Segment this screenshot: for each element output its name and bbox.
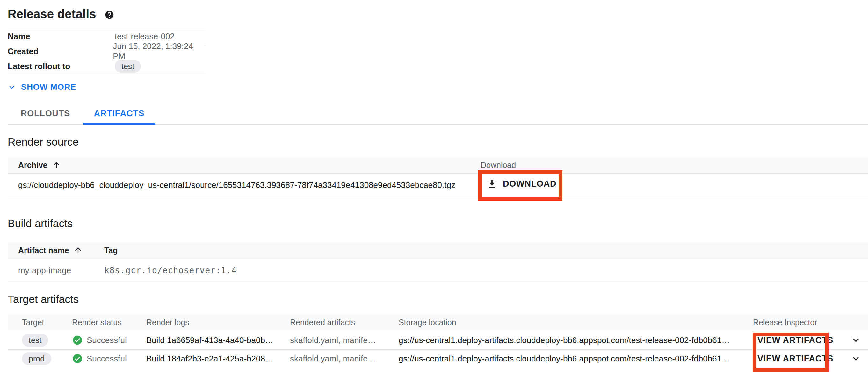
- artifact-name: my-app-image: [8, 265, 104, 276]
- download-button[interactable]: DOWNLOAD: [487, 179, 556, 189]
- download-icon: [487, 179, 497, 189]
- target-artifacts-header-row: Target Render status Render logs Rendere…: [8, 314, 868, 331]
- column-header-render-logs: Render logs: [146, 318, 290, 327]
- tab-artifacts[interactable]: ARTIFACTS: [83, 103, 155, 124]
- render-source-header-row: Archive Download: [8, 157, 868, 173]
- target-row-test: test Successful Build 1a6659af-413a-4a40…: [8, 331, 868, 350]
- expand-row-chevron-icon[interactable]: [850, 335, 862, 346]
- column-header-tag: Tag: [104, 246, 868, 255]
- target-row-prod: prod Successful Build 184af2b3-e2a1-425a…: [8, 350, 868, 368]
- target-artifacts-table: Target Render status Render logs Rendere…: [8, 314, 868, 368]
- expand-row-chevron-icon[interactable]: [850, 353, 862, 365]
- detail-row-created: Created Jun 15, 2022, 1:39:24 PM: [8, 44, 206, 59]
- tab-label: ROLLOUTS: [21, 108, 70, 119]
- target-artifacts-heading: Target artifacts: [8, 292, 868, 306]
- render-source-heading: Render source: [8, 135, 868, 149]
- view-artifacts-button[interactable]: VIEW ARTIFACTS: [757, 354, 833, 364]
- detail-label: Name: [8, 32, 115, 41]
- detail-value-created: Jun 15, 2022, 1:39:24 PM: [113, 41, 206, 61]
- chevron-down-icon: [7, 83, 17, 92]
- tab-rollouts[interactable]: ROLLOUTS: [8, 103, 83, 124]
- release-details-table: Name test-release-002 Created Jun 15, 20…: [8, 29, 206, 74]
- success-check-icon: [72, 335, 83, 346]
- download-button-label: DOWNLOAD: [503, 179, 556, 189]
- storage-location-text: gs://us-central1.deploy-artifacts.cloudd…: [399, 354, 753, 364]
- render-source-row: gs://clouddeploy-bb6_clouddeploy_us-cent…: [8, 173, 868, 197]
- render-status-text: Successful: [87, 335, 127, 345]
- sort-ascending-icon: [73, 246, 83, 255]
- column-header-label: Artifact name: [18, 246, 69, 255]
- success-check-icon: [72, 353, 83, 364]
- render-source-table: Archive Download gs://clouddeploy-bb6_cl…: [8, 157, 868, 197]
- active-tab-indicator: [83, 123, 155, 125]
- column-header-label: Archive: [18, 160, 48, 170]
- column-header-target: Target: [8, 318, 72, 327]
- rendered-artifacts-text: skaffold.yaml, manife…: [290, 354, 399, 364]
- detail-label: Created: [8, 46, 113, 56]
- build-artifacts-table: Artifact name Tag my-app-image k8s.gcr.i…: [8, 242, 868, 283]
- archive-path: gs://clouddeploy-bb6_clouddeploy_us-cent…: [8, 180, 480, 190]
- detail-row-latest-rollout: Latest rollout to test: [8, 59, 206, 74]
- detail-value-name: test-release-002: [115, 32, 175, 41]
- render-status-text: Successful: [87, 354, 127, 364]
- target-chip-prod[interactable]: prod: [22, 352, 51, 365]
- column-header-download: Download: [480, 160, 868, 170]
- column-header-archive[interactable]: Archive: [8, 160, 480, 170]
- target-chip-test[interactable]: test: [115, 60, 141, 73]
- target-chip-test[interactable]: test: [22, 334, 48, 347]
- column-header-storage-location: Storage location: [399, 318, 753, 327]
- page-title: Release details: [8, 7, 96, 21]
- sort-ascending-icon: [52, 160, 61, 169]
- artifact-tag: k8s.gcr.io/echoserver:1.4: [104, 265, 868, 275]
- tab-bar: ROLLOUTS ARTIFACTS: [8, 103, 868, 125]
- show-more-button[interactable]: SHOW MORE: [7, 82, 76, 92]
- show-more-label: SHOW MORE: [21, 82, 76, 92]
- column-header-release-inspector: Release Inspector: [753, 318, 850, 327]
- column-header-rendered-artifacts: Rendered artifacts: [290, 318, 399, 327]
- render-logs-link[interactable]: Build 1a6659af-413a-4a40-ba0b…: [146, 335, 290, 345]
- build-artifacts-heading: Build artifacts: [8, 216, 868, 230]
- tab-label: ARTIFACTS: [94, 108, 145, 119]
- detail-label: Latest rollout to: [8, 61, 115, 71]
- rendered-artifacts-text: skaffold.yaml, manife…: [290, 335, 399, 345]
- help-icon[interactable]: [104, 10, 114, 20]
- render-logs-link[interactable]: Build 184af2b3-e2a1-425a-b208…: [146, 354, 290, 364]
- page-header: Release details: [0, 0, 868, 23]
- build-artifact-row: my-app-image k8s.gcr.io/echoserver:1.4: [8, 259, 868, 283]
- build-artifacts-header-row: Artifact name Tag: [8, 242, 868, 259]
- view-artifacts-button[interactable]: VIEW ARTIFACTS: [757, 335, 833, 345]
- storage-location-text: gs://us-central1.deploy-artifacts.cloudd…: [399, 335, 753, 345]
- column-header-artifact-name[interactable]: Artifact name: [8, 246, 104, 255]
- column-header-render-status: Render status: [72, 318, 146, 327]
- release-details-page: Release details Name test-release-002 Cr…: [0, 0, 868, 379]
